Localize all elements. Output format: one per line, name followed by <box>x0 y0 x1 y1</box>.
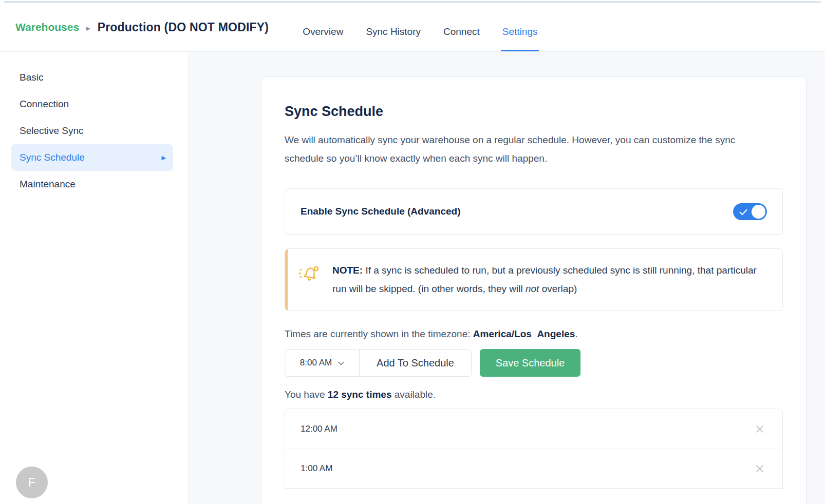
header-tabs: Overview Sync History Connect Settings <box>303 0 537 51</box>
settings-sidebar: Basic Connection Selective Sync Sync Sch… <box>0 52 189 504</box>
sidebar-item-maintenance[interactable]: Maintenance <box>11 171 173 198</box>
sidebar-item-sync-schedule[interactable]: Sync Schedule ▶ <box>11 144 173 171</box>
schedule-controls: 8:00 AM Add To Schedule Save Schedule <box>285 349 783 377</box>
toggle-knob <box>752 205 765 219</box>
sidebar-item-label: Connection <box>20 99 69 110</box>
note-text: NOTE: If a sync is scheduled to run, but… <box>332 261 767 298</box>
breadcrumb-separator-icon: ▸ <box>86 23 90 32</box>
add-to-schedule-button[interactable]: Add To Schedule <box>360 350 471 376</box>
x-icon <box>755 463 765 474</box>
breadcrumb-warehouses-link[interactable]: Warehouses <box>15 21 79 33</box>
note-accent-bar <box>285 249 288 311</box>
save-schedule-button[interactable]: Save Schedule <box>480 349 580 377</box>
check-icon <box>739 208 747 218</box>
sync-time-row: 12:00 AM <box>285 409 782 449</box>
note-label: NOTE: <box>332 265 363 276</box>
timezone-line: Times are currently shown in the timezon… <box>285 328 783 340</box>
user-avatar[interactable]: F <box>16 467 48 498</box>
sidebar-item-selective-sync[interactable]: Selective Sync <box>11 118 173 144</box>
timezone-prefix: Times are currently shown in the timezon… <box>285 328 473 339</box>
tab-connect[interactable]: Connect <box>443 0 480 51</box>
time-select-value: 8:00 AM <box>300 358 332 368</box>
page-header: Warehouses ▸ Production (DO NOT MODIFY) … <box>0 0 825 52</box>
window-top-edge <box>4 1 821 3</box>
note-callout: NOTE: If a sync is scheduled to run, but… <box>285 248 783 311</box>
chevron-right-icon: ▶ <box>162 155 166 161</box>
availability-suffix: available. <box>391 389 436 400</box>
sidebar-item-connection[interactable]: Connection <box>11 91 173 118</box>
time-select-group: 8:00 AM Add To Schedule <box>285 349 472 377</box>
remove-sync-time-button[interactable] <box>753 461 767 476</box>
tab-settings[interactable]: Settings <box>502 0 538 51</box>
sync-time-row: 1:00 AM <box>285 449 782 488</box>
x-icon <box>755 424 765 434</box>
remove-sync-time-button[interactable] <box>753 422 767 436</box>
time-select[interactable]: 8:00 AM <box>285 350 360 376</box>
sidebar-item-basic[interactable]: Basic <box>11 64 173 91</box>
availability-count: 12 sync times <box>328 389 392 400</box>
bell-ringing-icon <box>297 264 321 286</box>
sidebar-item-label: Basic <box>20 72 43 83</box>
sidebar-item-label: Sync Schedule <box>20 152 85 163</box>
availability-line: You have 12 sync times available. <box>285 389 783 400</box>
sync-schedule-card: Sync Schedule We will automatically sync… <box>261 76 807 504</box>
section-title: Sync Schedule <box>285 104 783 120</box>
section-description: We will automatically sync your warehous… <box>285 131 757 168</box>
availability-prefix: You have <box>285 389 328 400</box>
timezone-value: America/Los_Angeles <box>473 328 575 339</box>
sync-time-value: 1:00 AM <box>301 463 332 474</box>
sync-time-value: 12:00 AM <box>301 424 338 434</box>
sync-times-list: 12:00 AM 1:00 AM <box>285 409 783 489</box>
timezone-suffix: . <box>575 328 577 339</box>
tab-overview[interactable]: Overview <box>303 0 343 51</box>
chevron-down-icon <box>338 358 344 368</box>
breadcrumb: Warehouses ▸ Production (DO NOT MODIFY) <box>15 0 269 51</box>
sidebar-item-label: Selective Sync <box>20 125 84 137</box>
page-title: Production (DO NOT MODIFY) <box>98 21 269 34</box>
tab-sync-history[interactable]: Sync History <box>366 0 421 51</box>
enable-sync-schedule-row: Enable Sync Schedule (Advanced) <box>285 188 783 235</box>
enable-sync-schedule-toggle[interactable] <box>733 203 767 220</box>
note-italic-word: not <box>526 283 539 294</box>
main-content-area: Sync Schedule We will automatically sync… <box>189 52 825 504</box>
note-body-2: overlap) <box>539 283 577 294</box>
sidebar-item-label: Maintenance <box>20 179 76 190</box>
enable-sync-schedule-label: Enable Sync Schedule (Advanced) <box>301 206 460 217</box>
